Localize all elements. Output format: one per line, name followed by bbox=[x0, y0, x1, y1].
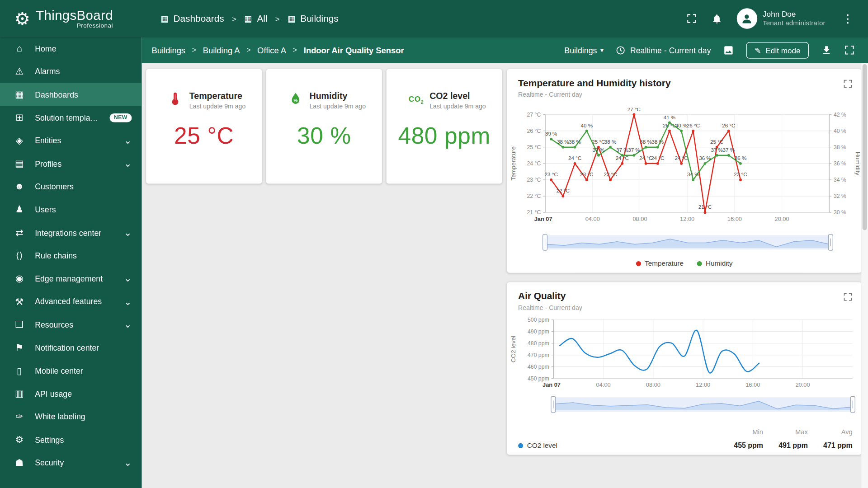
svg-text:37 %: 37 % bbox=[593, 147, 605, 153]
dashboard-crumb-buildings[interactable]: Buildings bbox=[152, 45, 186, 55]
toolbar-actions: Buildings ▾ Realtime - Current day ✎ Edi… bbox=[564, 42, 868, 58]
user-name: John Doe bbox=[763, 9, 826, 19]
sidebar-item-api-usage[interactable]: ▥API usage bbox=[0, 382, 142, 405]
sidebar-item-settings[interactable]: ⚙Settings bbox=[0, 428, 142, 451]
kebab-menu-icon[interactable]: ⋮ bbox=[840, 13, 856, 24]
sidebar-item-white-labeling[interactable]: ✑White labeling bbox=[0, 405, 142, 428]
svg-text:40 %: 40 % bbox=[580, 122, 593, 128]
sidebar-item-home[interactable]: ⌂Home bbox=[0, 37, 142, 60]
svg-text:39 %: 39 % bbox=[545, 131, 557, 136]
svg-text:38 %: 38 % bbox=[557, 139, 569, 145]
svg-text:42 %: 42 % bbox=[834, 112, 846, 118]
sidebar-item-profiles[interactable]: ▤Profiles⌄ bbox=[0, 152, 142, 175]
svg-text:36 %: 36 % bbox=[699, 155, 711, 161]
scrollbar-track[interactable] bbox=[861, 63, 868, 488]
temperature-humidity-chart[interactable]: 21 °C22 °C23 °C24 °C25 °C26 °C27 °C30 %3… bbox=[507, 108, 862, 227]
card-last-update: Last update 9m ago bbox=[309, 103, 365, 110]
svg-text:Jan 07: Jan 07 bbox=[542, 381, 561, 388]
sidebar-item-label: Resources bbox=[35, 320, 114, 329]
svg-text:37 %: 37 % bbox=[628, 147, 640, 153]
dashboards-icon: ▦ bbox=[160, 14, 168, 23]
user-info: John Doe Tenant administrator bbox=[763, 9, 826, 28]
navigator-right-handle[interactable] bbox=[828, 234, 833, 251]
svg-text:Humidity: Humidity bbox=[854, 152, 861, 176]
sidebar-item-users[interactable]: ♟Users bbox=[0, 198, 142, 221]
navigator-right-handle[interactable] bbox=[850, 396, 855, 413]
edit-mode-button[interactable]: ✎ Edit mode bbox=[746, 42, 809, 58]
svg-text:CO2 level: CO2 level bbox=[510, 336, 517, 362]
time-window-button[interactable]: Realtime - Current day bbox=[616, 45, 711, 55]
dashboard-crumb-building-a[interactable]: Building A bbox=[203, 45, 240, 55]
svg-text:24 °C: 24 °C bbox=[675, 155, 688, 161]
dashboard-image-icon[interactable] bbox=[723, 45, 734, 56]
home-icon: ⌂ bbox=[13, 43, 25, 54]
scrollbar-thumb[interactable] bbox=[863, 64, 867, 230]
sidebar-item-entities[interactable]: ◈Entities⌄ bbox=[0, 129, 142, 152]
svg-text:450 ppm: 450 ppm bbox=[528, 375, 549, 382]
chevron-down-icon: ⌄ bbox=[124, 158, 132, 169]
svg-text:04:00: 04:00 bbox=[596, 381, 611, 388]
svg-text:23 °C: 23 °C bbox=[734, 171, 747, 177]
svg-text:20:00: 20:00 bbox=[775, 216, 789, 222]
card-header: TemperatureLast update 9m ago bbox=[146, 69, 262, 109]
sidebar-item-edge-management[interactable]: ◉Edge management⌄ bbox=[0, 267, 142, 290]
svg-text:38 %: 38 % bbox=[652, 139, 664, 145]
avatar[interactable] bbox=[736, 8, 757, 28]
legend-item-temperature[interactable]: Temperature bbox=[636, 259, 684, 267]
navigator-left-handle[interactable] bbox=[551, 396, 556, 413]
toolbar-fullscreen-icon[interactable] bbox=[844, 45, 854, 55]
svg-text:21 °C: 21 °C bbox=[527, 209, 541, 216]
svg-text:37 %: 37 % bbox=[711, 147, 722, 153]
thingsboard-logo-icon: ⚙ bbox=[14, 9, 30, 27]
legend-item-co2-level[interactable]: CO2 level bbox=[518, 441, 557, 449]
dashboard-icon: ▦ bbox=[288, 14, 295, 23]
legend-item-humidity[interactable]: Humidity bbox=[697, 259, 732, 267]
stat-max: Max 491 ppm bbox=[778, 428, 808, 450]
widget-title: Air Quality bbox=[518, 291, 582, 302]
entities-icon: ◈ bbox=[13, 135, 25, 146]
svg-text:500 ppm: 500 ppm bbox=[528, 317, 549, 323]
thermometer-icon bbox=[168, 91, 184, 107]
download-icon[interactable] bbox=[821, 45, 832, 56]
sidebar-item-mobile-center[interactable]: ▯Mobile center bbox=[0, 359, 142, 382]
sidebar-item-label: Integrations center bbox=[35, 228, 114, 237]
dashboard-state-select[interactable]: Buildings ▾ bbox=[564, 46, 604, 55]
expand-widget-icon[interactable] bbox=[842, 291, 854, 304]
expand-widget-icon[interactable] bbox=[842, 78, 854, 91]
topbar-crumb-dashboards[interactable]: ▦Dashboards bbox=[160, 13, 224, 24]
svg-text:36 %: 36 % bbox=[834, 160, 846, 167]
chevron-down-icon: ⌄ bbox=[124, 319, 132, 331]
sidebar-item-dashboards[interactable]: ▦Dashboards bbox=[0, 83, 142, 106]
sidebar-item-customers[interactable]: ☻Customers bbox=[0, 175, 142, 198]
notifications-bell-icon[interactable] bbox=[711, 13, 722, 24]
sidebar-item-resources[interactable]: ❏Resources⌄ bbox=[0, 313, 142, 336]
sidebar-item-notification-center[interactable]: ⚑Notification center bbox=[0, 336, 142, 359]
air-quality-chart[interactable]: 450 ppm460 ppm470 ppm480 ppm490 ppm500 p… bbox=[507, 314, 862, 393]
breadcrumb-separator: > bbox=[246, 46, 250, 54]
chart-range-navigator[interactable] bbox=[545, 235, 830, 249]
dashboard-crumb-office-a[interactable]: Office A bbox=[257, 45, 286, 55]
user-menu[interactable]: John Doe Tenant administrator bbox=[736, 8, 825, 28]
svg-text:41 %: 41 % bbox=[664, 114, 675, 120]
chart-range-navigator[interactable] bbox=[553, 397, 852, 412]
topbar-crumb-all[interactable]: ▦All bbox=[244, 13, 268, 24]
svg-text:23 °C: 23 °C bbox=[527, 177, 541, 183]
sidebar-item-alarms[interactable]: ⚠Alarms bbox=[0, 60, 142, 83]
stat-min: Min 455 ppm bbox=[734, 428, 763, 450]
topbar-crumb-buildings[interactable]: ▦Buildings bbox=[288, 13, 339, 24]
sidebar-item-advanced-features[interactable]: ⚒Advanced features⌄ bbox=[0, 290, 142, 313]
user-role: Tenant administrator bbox=[763, 19, 826, 28]
fullscreen-icon[interactable] bbox=[686, 13, 697, 23]
sidebar-item-solution-templates[interactable]: ⊞Solution templatesNEW bbox=[0, 106, 142, 129]
svg-text:36 %: 36 % bbox=[735, 155, 746, 161]
thingsboard-logo[interactable]: ⚙ ThingsBoard Professional bbox=[0, 8, 142, 29]
sidebar-item-integrations-center[interactable]: ⇄Integrations center⌄ bbox=[0, 221, 142, 244]
svg-text:16:00: 16:00 bbox=[727, 216, 742, 222]
svg-text:30 %: 30 % bbox=[834, 209, 846, 216]
card-last-update: Last update 9m ago bbox=[429, 103, 486, 110]
humidity-icon: % bbox=[288, 91, 304, 107]
card-value: 30 % bbox=[266, 123, 382, 150]
navigator-left-handle[interactable] bbox=[542, 234, 547, 251]
sidebar-item-security[interactable]: ☗Security⌄ bbox=[0, 451, 142, 474]
sidebar-item-rule-chains[interactable]: ⟨⟩Rule chains bbox=[0, 244, 142, 267]
